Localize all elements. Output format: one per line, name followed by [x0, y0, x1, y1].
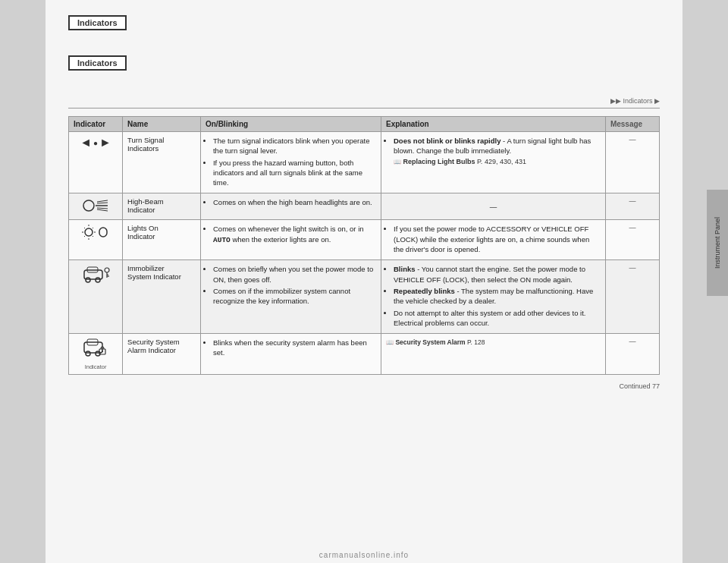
svg-point-29 — [102, 351, 103, 352]
tab-label: Instrument Panel — [714, 217, 721, 269]
breadcrumb: ▶▶ Indicators ▶ — [68, 97, 660, 105]
security-on-blinking: Blinks when the security system alarm ha… — [200, 334, 381, 375]
security-system-icon: Indicator — [74, 338, 118, 370]
svg-rect-15 — [99, 228, 107, 237]
security-explanation: 📖 Security System Alarm P. 128 — [381, 334, 606, 375]
svg-line-13 — [84, 236, 85, 237]
section-divider — [68, 108, 660, 109]
svg-point-6 — [85, 228, 93, 236]
high-beam-message: — — [605, 193, 659, 220]
table-row: Indicator Security SystemAlarm Indicator… — [69, 334, 660, 375]
top-label-box: Indicators — [68, 15, 127, 30]
svg-point-20 — [105, 268, 109, 272]
table-row: ◄ ● ► Turn SignalIndicators The turn sig… — [69, 132, 660, 193]
lights-on-explanation: If you set the power mode to ACCESSORY o… — [381, 220, 606, 260]
lights-on-icon-cell — [69, 220, 123, 260]
section-tab: Instrument Panel — [707, 190, 728, 296]
turn-signal-name: Turn SignalIndicators — [123, 132, 201, 193]
high-beam-explanation: — — [381, 193, 606, 220]
svg-line-3 — [97, 209, 108, 211]
immobilizer-icon — [81, 264, 110, 285]
turn-signal-icon-cell: ◄ ● ► — [69, 132, 123, 193]
svg-rect-0 — [83, 200, 94, 211]
immobilizer-explanation: Blinks - You cannot start the engine. Se… — [381, 260, 606, 334]
turn-signal-icon: ◄ ● ► — [80, 136, 111, 149]
turn-signal-on-blinking: The turn signal indicators blink when yo… — [200, 132, 381, 193]
svg-line-4 — [97, 203, 108, 203]
col-header-name: Name — [123, 117, 201, 132]
turn-signal-message: — — [605, 132, 659, 193]
high-beam-name: High-BeamIndicator — [123, 193, 201, 220]
svg-point-19 — [96, 278, 100, 282]
col-header-indicator: Indicator — [69, 117, 123, 132]
lights-on-icon — [81, 224, 110, 241]
col-header-explanation: Explanation — [381, 117, 606, 132]
immobilizer-icon-cell — [69, 260, 123, 334]
lights-on-message: — — [605, 220, 659, 260]
immobilizer-name: ImmobilizerSystem Indicator — [123, 260, 201, 334]
indicators-table: Indicator Name On/Blinking Explanation M… — [68, 116, 660, 375]
security-name: Security SystemAlarm Indicator — [123, 334, 201, 375]
svg-point-26 — [86, 351, 90, 356]
section-text-bottom — [68, 80, 463, 91]
watermark: carmanualsonline.info — [319, 551, 409, 559]
immobilizer-message: — — [605, 260, 659, 334]
col-header-onblinking: On/Blinking — [200, 117, 381, 132]
col-header-message: Message — [605, 117, 659, 132]
high-beam-icon — [82, 197, 109, 214]
svg-point-18 — [86, 278, 90, 282]
table-row: High-BeamIndicator Comes on when the hig… — [69, 193, 660, 220]
svg-line-14 — [93, 236, 93, 237]
table-row: Lights OnIndicator Comes on whenever the… — [69, 220, 660, 260]
security-icon-cell: Indicator — [69, 334, 123, 375]
second-label-box: Indicators — [68, 55, 127, 71]
svg-line-2 — [97, 200, 108, 202]
main-content-area: Indicators Indicators ▶▶ Indicators ▶ In… — [46, 0, 682, 563]
high-beam-icon-cell — [69, 193, 123, 220]
security-message: — — [605, 334, 659, 375]
lights-on-name: Lights OnIndicator — [123, 220, 201, 260]
svg-line-12 — [93, 228, 93, 228]
svg-line-5 — [97, 208, 108, 209]
table-row: ImmobilizerSystem Indicator Comes on bri… — [69, 260, 660, 334]
page-number: Continued 77 — [619, 382, 660, 390]
turn-signal-explanation: Does not blink or blinks rapidly - A tur… — [381, 132, 606, 193]
immobilizer-on-blinking: Comes on briefly when you set the power … — [200, 260, 381, 334]
svg-line-11 — [84, 228, 85, 228]
section-text-top — [68, 38, 463, 49]
high-beam-on-blinking: Comes on when the high beam headlights a… — [200, 193, 381, 220]
lights-on-on-blinking: Comes on whenever the light switch is on… — [200, 220, 381, 260]
